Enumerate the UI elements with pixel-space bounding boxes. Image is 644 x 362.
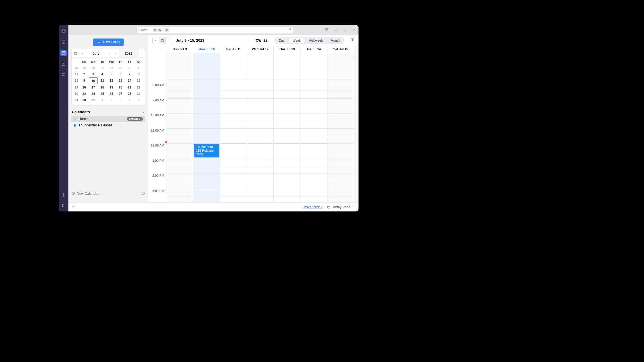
minicalendar-day[interactable]: 3 xyxy=(116,97,125,103)
minicalendar-day[interactable]: 14 xyxy=(125,77,134,84)
prev-period-button[interactable] xyxy=(153,37,159,44)
minicalendar-day[interactable]: 8 xyxy=(134,71,143,77)
day-header[interactable]: Thu Jul 13 xyxy=(273,46,300,53)
minicalendar-day[interactable]: 17 xyxy=(89,84,98,90)
calendar-event[interactable]: Thunderbird 115 Release Party! xyxy=(194,144,219,157)
invitations-link[interactable]: Invitations: 7 xyxy=(303,205,323,209)
broadcast-icon[interactable] xyxy=(72,205,76,209)
tasks-icon[interactable] xyxy=(60,61,67,67)
minicalendar-day[interactable]: 25 xyxy=(98,90,107,97)
minicalendar-day[interactable]: 13 xyxy=(116,77,125,84)
minicalendar-day[interactable]: 31 xyxy=(89,97,98,103)
close-button[interactable]: ✕ xyxy=(352,28,356,32)
day-column[interactable] xyxy=(273,53,300,202)
next-period-button[interactable] xyxy=(165,37,172,44)
week-number: 26 xyxy=(73,65,80,71)
minicalendar-day[interactable]: 19 xyxy=(107,84,116,90)
enable-badge[interactable]: ENABLE xyxy=(127,117,143,121)
minicalendar-day[interactable]: 4 xyxy=(98,71,107,77)
month-label[interactable]: July xyxy=(86,51,106,55)
view-multiweek[interactable]: Multiweek xyxy=(305,38,327,43)
minicalendar-day[interactable]: 2 xyxy=(80,71,89,77)
calendar-item[interactable]: HomeENABLE xyxy=(71,116,145,122)
prev-month-button[interactable]: ‹ xyxy=(80,51,86,55)
minicalendar-day[interactable]: 27 xyxy=(98,65,107,71)
minicalendar-day[interactable]: 9 xyxy=(80,77,89,84)
minicalendar-day[interactable]: 30 xyxy=(80,97,89,103)
view-month[interactable]: Month xyxy=(327,38,344,43)
week-number: 31 xyxy=(73,97,80,103)
view-week[interactable]: Week xyxy=(289,38,305,43)
today-pane-toggle[interactable]: Today Pane ⌃ xyxy=(327,205,355,209)
minicalendar-day[interactable]: 2 xyxy=(107,97,116,103)
day-header[interactable]: Fri Jul 14 xyxy=(300,46,327,53)
minicalendar-day[interactable]: 30 xyxy=(125,65,134,71)
today-button[interactable] xyxy=(159,37,165,44)
minicalendar-day[interactable]: 21 xyxy=(125,84,134,90)
day-header[interactable]: Sat Jul 15 xyxy=(327,46,354,53)
minimize-button[interactable]: — xyxy=(334,28,338,32)
chat-icon[interactable] xyxy=(60,72,67,78)
minicalendar-day[interactable]: 11 xyxy=(98,77,107,84)
minicalendar-day[interactable]: 20 xyxy=(116,84,125,90)
week-grid[interactable]: 8:00 AM9:00 AM10:00 AM11:00 AM12:00 AM1:… xyxy=(148,53,359,202)
day-header[interactable]: Tue Jul 11 xyxy=(220,46,247,53)
day-column[interactable] xyxy=(327,53,354,202)
new-calendar-button[interactable]: New Calendar... xyxy=(77,192,101,196)
search-input[interactable]: Search… CTRL + K xyxy=(136,27,294,33)
collapse-calendars-icon[interactable]: ⌄ xyxy=(142,110,145,114)
app-window: Search… CTRL + K — ▢ ✕ ＋ New Event xyxy=(59,25,359,211)
day-column[interactable] xyxy=(247,53,273,202)
find-events-icon[interactable] xyxy=(350,38,354,43)
maximize-button[interactable]: ▢ xyxy=(343,28,347,32)
minicalendar-day[interactable]: 28 xyxy=(107,65,116,71)
minicalendar-day[interactable]: 29 xyxy=(134,90,143,97)
minicalendar-day[interactable]: 22 xyxy=(134,84,143,90)
minicalendar-day[interactable]: 26 xyxy=(107,90,116,97)
calendar-item[interactable]: Thunderbird Releases xyxy=(71,122,145,128)
minicalendar-day[interactable]: 15 xyxy=(134,77,143,84)
day-header[interactable]: Sun Jul 9 xyxy=(166,46,193,53)
minicalendar-day[interactable]: 5 xyxy=(134,97,143,103)
minicalendar-day[interactable]: 1 xyxy=(98,97,107,103)
year-label[interactable]: 2023 xyxy=(119,49,139,57)
minicalendar-day[interactable]: 10 xyxy=(89,77,98,84)
minicalendar-day[interactable]: 27 xyxy=(116,90,125,97)
minicalendar-day[interactable]: 28 xyxy=(125,90,134,97)
day-column[interactable] xyxy=(166,53,193,202)
addressbook-icon[interactable] xyxy=(60,39,67,45)
day-header[interactable]: Wed Jul 12 xyxy=(247,46,273,53)
prev-year-button[interactable]: ‹ xyxy=(112,51,119,55)
minicalendar-day[interactable]: 23 xyxy=(80,90,89,97)
minicalendar-day[interactable]: 18 xyxy=(98,84,107,90)
minicalendar-day[interactable]: 24 xyxy=(89,90,98,97)
calendar-icon[interactable] xyxy=(60,50,67,56)
mail-icon[interactable] xyxy=(60,28,67,34)
minicalendar-day[interactable]: 25 xyxy=(80,65,89,71)
day-columns[interactable]: Thunderbird 115 Release Party! xyxy=(166,53,359,202)
minicalendar-day[interactable]: 3 xyxy=(89,71,98,77)
minicalendar-day[interactable]: 7 xyxy=(125,71,134,77)
minicalendar-day[interactable]: 16 xyxy=(80,84,89,90)
minicalendar-today-icon[interactable] xyxy=(72,52,80,55)
sync-icon[interactable] xyxy=(141,191,145,196)
minicalendar-day[interactable]: 5 xyxy=(107,71,116,77)
minicalendar-day[interactable]: 4 xyxy=(125,97,134,103)
next-year-button[interactable]: › xyxy=(139,51,145,55)
day-column[interactable] xyxy=(220,53,247,202)
new-event-button[interactable]: ＋ New Event xyxy=(93,38,124,46)
settings-icon[interactable] xyxy=(60,192,67,198)
view-day[interactable]: Day xyxy=(275,38,289,43)
minicalendar-day[interactable]: 29 xyxy=(116,65,125,71)
calendar-plus-icon[interactable] xyxy=(71,191,75,196)
minicalendar-day[interactable]: 6 xyxy=(116,71,125,77)
minicalendar-day[interactable]: 26 xyxy=(89,65,98,71)
day-header[interactable]: Mon Jul 10 xyxy=(193,46,220,53)
collapse-icon[interactable] xyxy=(60,202,67,209)
day-column[interactable]: Thunderbird 115 Release Party! xyxy=(193,53,220,202)
next-month-button[interactable]: › xyxy=(106,51,112,55)
menu-icon[interactable] xyxy=(325,27,329,32)
minicalendar-day[interactable]: 1 xyxy=(134,65,143,71)
minicalendar-day[interactable]: 12 xyxy=(107,77,116,84)
day-column[interactable] xyxy=(300,53,327,202)
